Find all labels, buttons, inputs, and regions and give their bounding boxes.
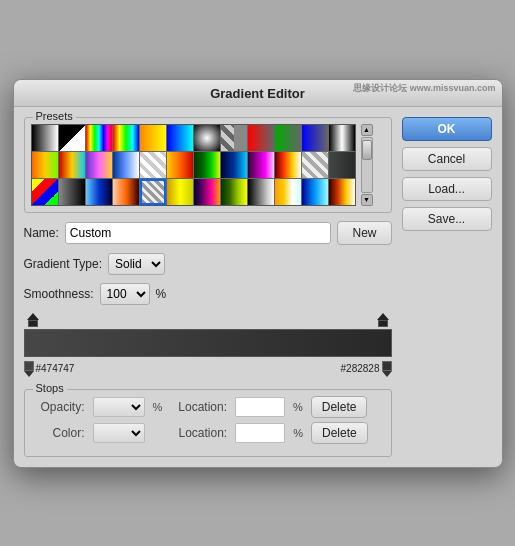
- opacity-row: Opacity: % Location: % Delete: [35, 396, 381, 418]
- preset-cell[interactable]: [32, 125, 58, 151]
- preset-cell[interactable]: [32, 152, 58, 178]
- preset-cell[interactable]: [59, 179, 85, 205]
- preset-cell[interactable]: [140, 152, 166, 178]
- preset-cell[interactable]: [248, 152, 274, 178]
- save-button[interactable]: Save...: [402, 207, 492, 231]
- top-stop-left[interactable]: [26, 313, 40, 327]
- scroll-thumb: [362, 140, 372, 160]
- load-button[interactable]: Load...: [402, 177, 492, 201]
- preset-cell[interactable]: [275, 152, 301, 178]
- preset-cell[interactable]: [59, 152, 85, 178]
- left-color-hex: #474747: [36, 363, 75, 374]
- preset-cell[interactable]: [302, 179, 328, 205]
- title-bar: Gradient Editor 思缘设计论坛 www.missvuan.com: [14, 80, 502, 107]
- preset-cell[interactable]: [140, 125, 166, 151]
- color-input[interactable]: [93, 423, 145, 443]
- color-row: Color: Location: % Delete: [35, 422, 381, 444]
- color-location-input[interactable]: [235, 423, 285, 443]
- right-color-hex: #282828: [341, 363, 380, 374]
- gradient-editor-dialog: Gradient Editor 思缘设计论坛 www.missvuan.com …: [13, 79, 503, 468]
- preset-cell[interactable]: [221, 152, 247, 178]
- opacity-location-label: Location:: [178, 400, 227, 414]
- presets-scrollbar: ▲ ▼: [360, 124, 374, 206]
- stops-group-label: Stops: [33, 382, 67, 394]
- ok-button[interactable]: OK: [402, 117, 492, 141]
- stops-group: Stops Opacity: % Location: % Delete Colo…: [24, 389, 392, 457]
- color-location-label: Location:: [179, 426, 228, 440]
- dialog-title: Gradient Editor: [210, 86, 305, 101]
- left-color-stop[interactable]: #474747: [24, 361, 75, 377]
- scroll-up-arrow[interactable]: ▲: [361, 124, 373, 136]
- smoothness-select[interactable]: 100: [100, 283, 150, 305]
- left-panel: Presets: [24, 117, 392, 457]
- opacity-label: Opacity:: [35, 400, 85, 414]
- preset-cell[interactable]: [248, 179, 274, 205]
- scroll-track[interactable]: [361, 137, 373, 193]
- color-label: Color:: [35, 426, 85, 440]
- cancel-button[interactable]: Cancel: [402, 147, 492, 171]
- preset-cell[interactable]: [86, 125, 112, 151]
- preset-cell[interactable]: [194, 152, 220, 178]
- preset-cell[interactable]: [113, 179, 139, 205]
- gradient-bar[interactable]: [24, 329, 392, 357]
- preset-cell[interactable]: [59, 125, 85, 151]
- preset-cell[interactable]: [86, 152, 112, 178]
- presets-inner: ▲ ▼: [31, 124, 385, 206]
- gradient-type-select[interactable]: Solid Noise: [108, 253, 165, 275]
- gradient-area: #474747 #282828: [24, 313, 392, 377]
- presets-grid: [31, 124, 356, 206]
- opacity-location-unit: %: [293, 401, 303, 413]
- preset-cell[interactable]: [248, 125, 274, 151]
- preset-cell[interactable]: [302, 125, 328, 151]
- preset-cell[interactable]: [167, 179, 193, 205]
- right-color-stop[interactable]: #282828: [341, 361, 392, 377]
- preset-cell[interactable]: [194, 179, 220, 205]
- preset-cell[interactable]: [275, 179, 301, 205]
- bottom-stops-row: #474747 #282828: [24, 359, 392, 377]
- delete-color-button[interactable]: Delete: [311, 422, 368, 444]
- presets-group: Presets: [24, 117, 392, 213]
- name-label: Name:: [24, 226, 59, 240]
- opacity-unit: %: [153, 401, 163, 413]
- preset-cell[interactable]: [329, 125, 355, 151]
- preset-cell[interactable]: [167, 152, 193, 178]
- top-stop-right[interactable]: [376, 313, 390, 327]
- color-location-unit: %: [293, 427, 303, 439]
- smoothness-row: Smoothness: 100 %: [24, 283, 392, 305]
- preset-cell[interactable]: [275, 125, 301, 151]
- preset-cell[interactable]: [167, 125, 193, 151]
- preset-cell[interactable]: [140, 179, 166, 205]
- scroll-down-arrow[interactable]: ▼: [361, 194, 373, 206]
- gradient-type-label: Gradient Type:: [24, 257, 103, 271]
- preset-cell[interactable]: [329, 152, 355, 178]
- preset-cell[interactable]: [113, 152, 139, 178]
- preset-cell[interactable]: [86, 179, 112, 205]
- delete-opacity-button[interactable]: Delete: [311, 396, 368, 418]
- preset-cell[interactable]: [113, 125, 139, 151]
- preset-cell[interactable]: [329, 179, 355, 205]
- new-button[interactable]: New: [337, 221, 391, 245]
- smoothness-label: Smoothness:: [24, 287, 94, 301]
- right-panel: OK Cancel Load... Save...: [402, 117, 492, 457]
- name-row: Name: New: [24, 221, 392, 245]
- presets-label: Presets: [33, 110, 76, 122]
- opacity-input[interactable]: [93, 397, 145, 417]
- preset-cell[interactable]: [221, 125, 247, 151]
- opacity-location-input[interactable]: [235, 397, 285, 417]
- top-stops-row: [24, 313, 392, 327]
- name-input[interactable]: [65, 222, 332, 244]
- gradient-type-row: Gradient Type: Solid Noise: [24, 253, 392, 275]
- preset-cell[interactable]: [194, 125, 220, 151]
- watermark: 思缘设计论坛 www.missvuan.com: [353, 82, 495, 95]
- preset-cell[interactable]: [302, 152, 328, 178]
- preset-cell[interactable]: [32, 179, 58, 205]
- smoothness-unit: %: [156, 287, 167, 301]
- preset-cell[interactable]: [221, 179, 247, 205]
